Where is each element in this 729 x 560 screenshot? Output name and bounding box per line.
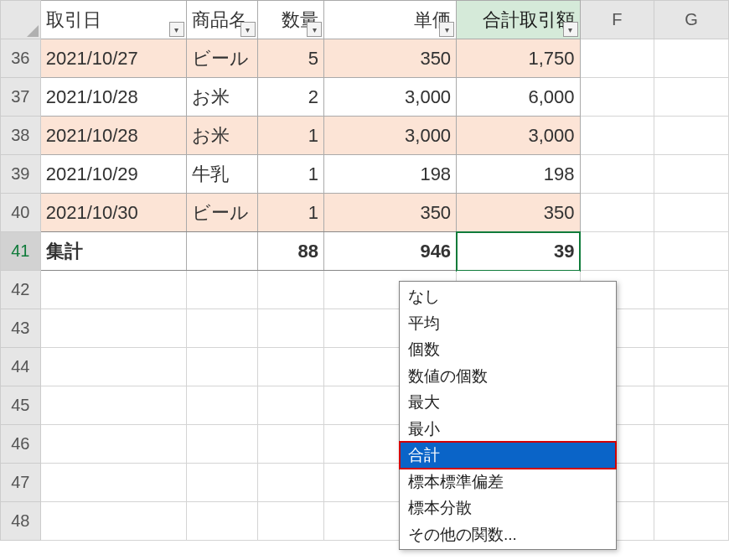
cell-date[interactable]: 2021/10/28 [40,117,186,155]
empty-cell[interactable] [257,309,324,348]
row-header[interactable]: 37 [1,78,41,117]
total-label-cell[interactable]: 集計 [40,232,186,271]
total-qty-cell[interactable]: 88 [257,232,324,271]
cell-name[interactable]: 牛乳 [186,155,257,194]
empty-cell[interactable] [580,78,654,117]
row-header[interactable]: 47 [1,464,41,502]
cell-price[interactable]: 3,000 [324,117,457,155]
cell-price[interactable]: 350 [324,39,457,78]
empty-cell[interactable] [257,386,324,425]
cell-qty[interactable]: 1 [257,155,324,194]
empty-cell[interactable] [580,39,654,78]
col-header-g[interactable]: G [654,1,729,39]
cell-price[interactable]: 198 [324,155,457,194]
empty-cell[interactable] [580,232,654,271]
empty-cell[interactable] [40,425,186,464]
cell-qty[interactable]: 2 [257,78,324,117]
dropdown-item[interactable]: 数値の個数 [400,363,616,390]
empty-cell[interactable] [40,502,186,541]
select-all-corner[interactable] [1,1,41,39]
row-header[interactable]: 45 [1,386,41,425]
cell-date[interactable]: 2021/10/28 [40,78,186,117]
empty-cell[interactable] [257,271,324,309]
empty-cell[interactable] [654,425,729,464]
empty-cell[interactable] [654,155,729,194]
row-header[interactable]: 40 [1,194,41,232]
cell-total[interactable]: 6,000 [457,78,580,117]
dropdown-item[interactable]: 平均 [400,310,616,337]
empty-cell[interactable] [257,464,324,502]
empty-cell[interactable] [40,309,186,348]
empty-cell[interactable] [654,502,729,541]
cell-total[interactable]: 350 [457,194,580,232]
dropdown-item[interactable]: 合計 [400,442,616,469]
col-header-qty[interactable]: 数量 ▾ [257,1,324,39]
cell-qty[interactable]: 5 [257,39,324,78]
cell-date[interactable]: 2021/10/30 [40,194,186,232]
col-header-date[interactable]: 取引日 ▾ [40,1,186,39]
cell-date[interactable]: 2021/10/27 [40,39,186,78]
col-header-price[interactable]: 単価 ▾ [324,1,457,39]
dropdown-item[interactable]: その他の関数... [400,521,616,548]
row-header[interactable]: 39 [1,155,41,194]
empty-cell[interactable] [580,194,654,232]
row-header[interactable]: 38 [1,117,41,155]
cell-date[interactable]: 2021/10/29 [40,155,186,194]
empty-cell[interactable] [580,155,654,194]
filter-button-price[interactable]: ▾ [439,22,454,37]
cell-name[interactable]: お米 [186,78,257,117]
empty-cell[interactable] [654,78,729,117]
dropdown-item[interactable]: 標本分散 [400,495,616,521]
cell-price[interactable]: 3,000 [324,78,457,117]
cell-qty[interactable]: 1 [257,194,324,232]
empty-cell[interactable] [40,271,186,309]
empty-cell[interactable] [186,271,257,309]
row-header[interactable]: 41 [1,232,41,271]
empty-cell[interactable] [257,502,324,541]
empty-cell[interactable] [40,386,186,425]
total-total-cell[interactable]: 39 ▾ [457,232,580,271]
dropdown-item[interactable]: 最小 [400,416,616,443]
col-header-name[interactable]: 商品名 ▾ [186,1,257,39]
empty-cell[interactable] [40,464,186,502]
dropdown-item[interactable]: 標本標準偏差 [400,469,616,495]
filter-button-name[interactable]: ▾ [240,22,256,37]
empty-cell[interactable] [654,464,729,502]
empty-cell[interactable] [186,309,257,348]
empty-cell[interactable] [257,348,324,386]
empty-cell[interactable] [654,271,729,309]
cell-price[interactable]: 350 [324,194,457,232]
dropdown-item[interactable]: 個数 [400,336,616,363]
empty-cell[interactable] [654,232,729,271]
dropdown-item[interactable]: なし [400,283,616,310]
empty-cell[interactable] [654,386,729,425]
empty-cell[interactable] [186,425,257,464]
cell-name[interactable]: ビール [186,194,257,232]
row-header[interactable]: 42 [1,271,41,309]
row-header[interactable]: 46 [1,425,41,464]
empty-cell[interactable] [654,348,729,386]
col-header-total[interactable]: 合計取引額 ▾ [457,1,580,39]
row-header[interactable]: 44 [1,348,41,386]
spreadsheet-table[interactable]: 取引日 ▾ 商品名 ▾ 数量 ▾ 単価 ▾ 合計取引額 ▾ F G 362021… [0,0,729,541]
filter-button-total[interactable]: ▾ [563,22,578,37]
cell-total[interactable]: 198 [457,155,580,194]
empty-cell[interactable] [40,348,186,386]
cell-name[interactable]: ビール [186,39,257,78]
total-price-cell[interactable]: 946 [324,232,457,271]
filter-button-date[interactable]: ▾ [169,22,184,37]
cell-total[interactable]: 3,000 [457,117,580,155]
empty-cell[interactable] [580,117,654,155]
empty-cell[interactable] [654,309,729,348]
col-header-f[interactable]: F [580,1,654,39]
cell-name[interactable]: お米 [186,117,257,155]
filter-button-qty[interactable]: ▾ [307,22,322,37]
total-name-cell[interactable] [186,232,257,271]
empty-cell[interactable] [257,425,324,464]
cell-total[interactable]: 1,750 [457,39,580,78]
empty-cell[interactable] [186,464,257,502]
empty-cell[interactable] [654,117,729,155]
empty-cell[interactable] [186,348,257,386]
cell-qty[interactable]: 1 [257,117,324,155]
row-header[interactable]: 36 [1,39,41,78]
